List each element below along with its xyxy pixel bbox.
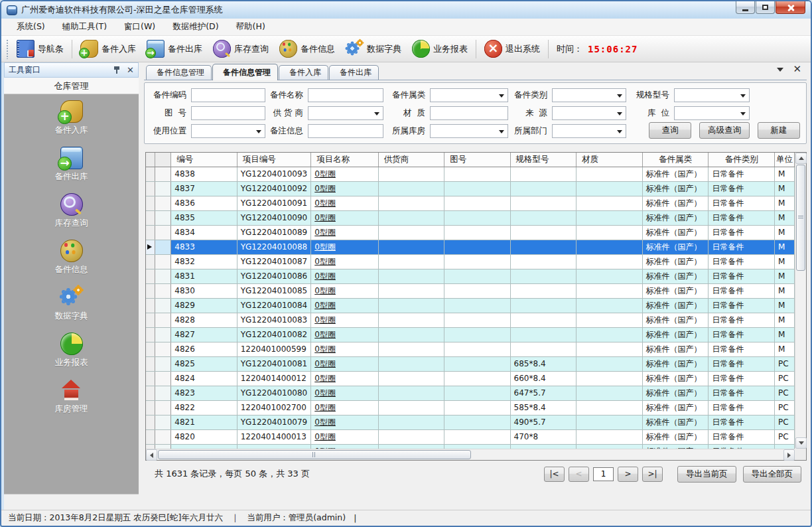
row-selector-cell[interactable]	[155, 181, 171, 196]
table-row[interactable]: 482412204014000120型圈660*8.4标准件（国产）日常备件PC	[146, 371, 795, 386]
row-selector-cell[interactable]	[155, 269, 171, 283]
column-header[interactable]: 材质	[576, 153, 642, 167]
column-header[interactable]: 单位	[774, 153, 794, 167]
next-page-button[interactable]: >	[618, 467, 638, 482]
form-input-5[interactable]	[191, 106, 265, 120]
form-select-8[interactable]	[552, 106, 626, 120]
table-row[interactable]: 4823YG122040100800型圈647*5.7标准件（国产）日常备件PC	[146, 386, 795, 400]
data-dict-button[interactable]: 数据字典	[340, 38, 407, 60]
row-selector-cell[interactable]	[155, 444, 171, 449]
menu-item[interactable]: 辅助工具(T)	[54, 19, 115, 35]
advanced-query-button[interactable]: 高级查询	[699, 122, 750, 139]
last-page-button[interactable]: >|	[642, 467, 663, 482]
column-header[interactable]: 编号	[171, 153, 237, 167]
column-header[interactable]: 规格型号	[510, 153, 576, 167]
table-row[interactable]: 4832YG122040100870型圈标准件（国产）日常备件M	[146, 254, 795, 269]
table-row[interactable]: 4836YG122040100910型圈标准件（国产）日常备件M	[146, 196, 795, 210]
export-current-page-button[interactable]: 导出当前页	[677, 466, 736, 483]
sidebar-item-report[interactable]: 业务报表	[55, 333, 88, 368]
row-selector-cell[interactable]	[155, 415, 171, 429]
menu-item[interactable]: 窗口(W)	[115, 19, 164, 35]
stock-query-button[interactable]: 库存查询	[208, 38, 274, 60]
scroll-right-button[interactable]	[783, 449, 795, 461]
tab-2[interactable]: 备件入库	[279, 65, 328, 80]
form-input-11[interactable]	[308, 124, 383, 138]
table-row[interactable]: 4835YG122040100900型圈标准件（国产）日常备件M	[146, 210, 795, 225]
table-row[interactable]: 4825YG122040100810型圈685*8.4标准件（国产）日常备件PC	[146, 356, 795, 371]
row-selector-cell[interactable]	[155, 196, 171, 210]
row-selector-cell[interactable]	[155, 210, 171, 225]
column-header[interactable]: 备件属类	[642, 153, 709, 167]
parts-in-button[interactable]: 备件入库	[75, 38, 141, 60]
menu-item[interactable]: 数据维护(D)	[164, 19, 227, 35]
vertical-scrollbar[interactable]	[795, 153, 806, 449]
table-row[interactable]: 0型圈标准件（国产）日常备件	[146, 444, 795, 449]
form-select-13[interactable]	[552, 124, 626, 138]
form-select-10[interactable]	[191, 124, 265, 138]
column-header[interactable]: 图号	[444, 153, 510, 167]
row-selector-cell[interactable]	[155, 240, 171, 254]
table-row[interactable]: 482012204014000130型圈470*8标准件（国产）日常备件PC	[146, 429, 795, 444]
vertical-scroll-thumb[interactable]	[796, 165, 805, 271]
table-row[interactable]: 4831YG122040100860型圈标准件（国产）日常备件M	[146, 269, 795, 283]
query-button[interactable]: 查询	[649, 122, 691, 139]
tab-1[interactable]: 备件信息管理	[212, 64, 278, 80]
scroll-down-button[interactable]	[795, 437, 807, 449]
table-row[interactable]: 4829YG122040100840型圈标准件（国产）日常备件M	[146, 298, 795, 313]
horizontal-scrollbar[interactable]	[146, 449, 795, 460]
form-select-6[interactable]	[308, 106, 383, 120]
table-row[interactable]: 4821YG122040100790型圈490*5.7标准件（国产）日常备件PC	[146, 415, 795, 429]
tab-3[interactable]: 备件出库	[329, 65, 379, 80]
report-button[interactable]: 业务报表	[407, 38, 473, 60]
row-selector-cell[interactable]	[155, 225, 171, 240]
maximize-button[interactable]	[756, 1, 775, 14]
parts-out-button[interactable]: 备件出库	[141, 38, 208, 60]
table-row[interactable]: 482212204010027000型圈585*8.4标准件（国产）日常备件PC	[146, 400, 795, 415]
toolbar-grip-handle[interactable]	[6, 39, 9, 59]
close-button[interactable]	[776, 1, 805, 14]
form-select-12[interactable]	[430, 124, 508, 138]
parts-info-button[interactable]: 备件信息	[274, 38, 340, 60]
form-input-7[interactable]	[430, 106, 508, 120]
menu-item[interactable]: 帮助(H)	[228, 19, 274, 35]
row-selector-cell[interactable]	[155, 371, 171, 386]
navbar-button[interactable]: 导航条	[11, 38, 69, 60]
exit-button[interactable]: 退出系统	[479, 38, 545, 60]
row-selector-cell[interactable]	[155, 254, 171, 269]
row-selector-cell[interactable]	[155, 327, 171, 342]
row-selector-cell[interactable]	[155, 342, 171, 356]
first-page-button[interactable]: |<	[544, 467, 565, 482]
table-row[interactable]: 4833YG122040100880型圈标准件（国产）日常备件M	[146, 240, 795, 254]
sidebar-item-data-dict[interactable]: 数据字典	[55, 286, 88, 322]
table-row[interactable]: 4830YG122040100850型圈标准件（国产）日常备件M	[146, 283, 795, 298]
row-selector-cell[interactable]	[155, 429, 171, 444]
form-input-0[interactable]	[191, 88, 265, 102]
column-header[interactable]: 项目编号	[237, 153, 311, 167]
sidebar-item-warehouse[interactable]: 库房管理	[55, 379, 88, 415]
table-row[interactable]: 4827YG122040100820型圈标准件（国产）日常备件M	[146, 327, 795, 342]
minimize-button[interactable]	[736, 1, 755, 14]
page-number-input[interactable]	[593, 467, 614, 481]
row-selector-cell[interactable]	[155, 356, 171, 371]
tab-close-icon[interactable]: ✕	[793, 64, 801, 74]
form-input-1[interactable]	[308, 88, 383, 102]
sidebar-item-parts-info[interactable]: 备件信息	[55, 240, 88, 275]
new-button[interactable]: 新建	[758, 122, 800, 139]
sidebar-close-icon[interactable]: ✕	[127, 66, 134, 74]
tab-0[interactable]: 备件信息管理	[146, 65, 212, 80]
prev-page-button[interactable]: <	[569, 467, 589, 482]
pin-icon[interactable]	[113, 66, 120, 74]
form-select-2[interactable]	[430, 88, 508, 102]
form-select-4[interactable]	[674, 88, 750, 102]
table-row[interactable]: 482612204010005990型圈标准件（国产）日常备件M	[146, 342, 795, 356]
row-selector-cell[interactable]	[155, 400, 171, 415]
row-selector-cell[interactable]	[155, 313, 171, 327]
horizontal-scroll-thumb[interactable]	[158, 450, 471, 459]
row-selector-cell[interactable]	[155, 283, 171, 298]
sidebar-item-stock-query[interactable]: 库存查询	[55, 193, 88, 229]
sidebar-item-parts-out[interactable]: 备件出库	[55, 147, 88, 183]
table-row[interactable]: 4837YG122040100920型圈标准件（国产）日常备件M	[146, 181, 795, 196]
scroll-left-button[interactable]	[146, 449, 157, 461]
menu-item[interactable]: 系统(S)	[8, 19, 54, 35]
table-row[interactable]: 4838YG122040100930型圈标准件（国产）日常备件M	[146, 167, 795, 181]
